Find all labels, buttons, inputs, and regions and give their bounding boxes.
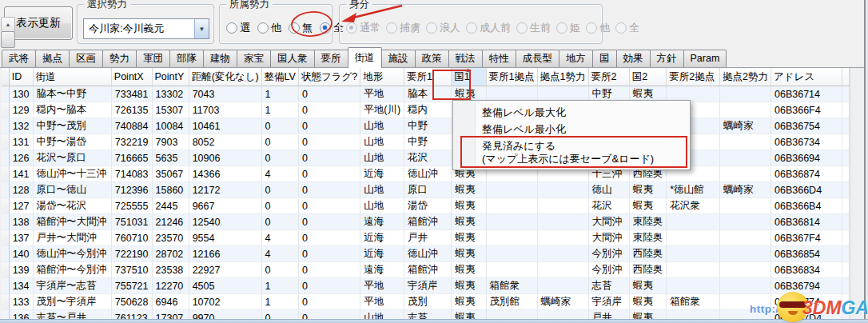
cell[interactable]: 蝦夷 [452,246,486,262]
cell[interactable] [720,230,771,246]
table-row[interactable]: 132中野〜茂別740884100841046100山地中野蝦夷蠣崎家06B36… [2,118,850,134]
cell[interactable] [667,278,720,294]
cell[interactable]: 732219 [112,134,153,150]
cell[interactable]: 128 [10,182,34,198]
cell[interactable]: 131 [10,134,34,150]
row-header-cell[interactable] [2,262,10,278]
cell[interactable]: 0 [262,150,299,166]
cell[interactable]: 1 [262,102,299,118]
cell[interactable]: 0 [299,246,360,262]
table-row[interactable]: 131中野〜湯岱7322197903805200山地中野蝦夷06B36734 [2,134,850,150]
cell[interactable]: 山地 [360,118,404,134]
row-header-cell[interactable] [2,150,10,166]
tab-item[interactable]: 家宝 [237,50,271,67]
cell[interactable]: 徳山 [589,182,630,198]
table-row[interactable]: 139箱館沖〜今別沖737510235382292700遠海箱館沖蝦夷今別沖西陸… [2,262,850,278]
cell[interactable] [720,278,771,294]
row-header-cell[interactable] [2,118,10,134]
cell[interactable]: 蝦夷 [630,278,667,294]
column-header[interactable]: 状態フラグ? [299,68,360,86]
cell[interactable] [720,262,771,278]
cell[interactable]: 12172 [189,182,262,198]
cell[interactable]: 10461 [189,118,262,134]
cell[interactable]: 22927 [189,262,262,278]
cell[interactable]: 花沢 [589,198,630,214]
column-header[interactable]: 国2 [630,68,667,86]
cell[interactable]: 蠣崎家 [720,118,771,134]
column-header[interactable]: 整備LV [262,68,299,86]
cell[interactable]: 23570 [153,230,189,246]
tab-item[interactable]: 効果 [616,50,651,67]
cell[interactable]: 脇本〜中野 [34,86,112,102]
cell[interactable]: 06B36754 [771,118,842,134]
cell[interactable]: 06B36694 [771,150,842,166]
cell[interactable]: 140 [10,246,34,262]
cell[interactable]: 今別沖 [589,246,630,262]
cell[interactable]: 129 [10,102,34,118]
cell[interactable]: 0 [299,102,360,118]
cell[interactable]: 穏内〜脇本 [34,102,112,118]
cell[interactable]: 1 [262,278,299,294]
cell[interactable]: 10084 [153,118,189,134]
cell[interactable]: 06B367F4 [771,230,842,246]
cell[interactable]: 今別沖 [589,262,630,278]
cell[interactable]: 06B366D4 [771,182,842,198]
cell[interactable]: 東陸奥 [630,214,667,230]
cell[interactable]: 12166 [189,246,262,262]
tab-item[interactable]: 方針 [650,50,684,67]
cell[interactable]: 遠海 [360,214,404,230]
cell[interactable]: 6946 [153,294,189,310]
cell[interactable] [538,230,589,246]
cell[interactable]: 750628 [112,294,153,310]
table-row[interactable]: 133茂別〜宇須岸75062869461070210平地茂別蝦夷茂別館蠣崎家宇須… [2,294,850,310]
cell[interactable]: 722190 [112,246,153,262]
horizontal-scrollbar-edge[interactable] [0,319,868,323]
tab-item[interactable]: 地方 [559,50,593,67]
cell[interactable]: 733481 [112,86,153,102]
cell[interactable] [667,246,720,262]
scroll-up-button[interactable]: ▲ [1,17,15,32]
cell[interactable]: 山地 [360,150,404,166]
cell[interactable]: 740884 [112,118,153,134]
cell[interactable]: 遠海 [360,262,404,278]
column-header[interactable]: 要所1拠点 [487,68,538,86]
cell[interactable]: 0 [299,230,360,246]
cell[interactable] [538,198,589,214]
cell[interactable]: 茂別館 [487,294,538,310]
cell[interactable]: 花沢 [404,150,452,166]
cell[interactable]: 蝦夷 [630,294,667,310]
cell[interactable]: 28702 [153,246,189,262]
cell[interactable] [667,230,720,246]
cell[interactable]: 0 [299,134,360,150]
tab-item[interactable]: 区画 [69,50,103,67]
cell[interactable]: 0 [299,214,360,230]
cell[interactable]: 7903 [153,134,189,150]
cell[interactable]: 大間沖 [589,214,630,230]
cell[interactable]: 7043 [189,86,262,102]
row-header-cell[interactable] [2,198,10,214]
tab-item[interactable]: 建物 [203,50,237,67]
cell[interactable]: 平地 [360,294,404,310]
cell[interactable] [667,262,720,278]
cell[interactable]: 06B36834 [771,262,842,278]
cell[interactable]: 751031 [112,214,153,230]
column-header[interactable]: 要所1 [404,68,452,86]
cell[interactable]: 脇本 [404,86,452,102]
cell[interactable]: 中野〜湯岱 [34,134,112,150]
table-row[interactable]: 138箱館沖〜大間沖751031212461254000遠海箱館沖蝦夷大間沖東陸… [2,214,850,230]
cell[interactable]: 山地 [360,198,404,214]
cell[interactable]: 132 [10,118,34,134]
cell[interactable]: 755721 [112,278,153,294]
cell[interactable]: 蝦夷 [630,182,667,198]
cell[interactable]: 花沢衆 [667,198,720,214]
cell[interactable]: 06B366B4 [771,198,842,214]
column-header[interactable]: 距離(変化なし) [189,68,262,86]
cell[interactable] [720,134,771,150]
cell[interactable] [720,102,771,118]
cell[interactable]: 0 [262,198,299,214]
cell[interactable]: 中野 [404,134,452,150]
menu-item[interactable]: 発見済みにする(マップ上表示には要セーブ&ロード) [453,138,690,168]
cell[interactable] [487,262,538,278]
cell[interactable]: 126 [10,150,34,166]
column-header[interactable]: アドレス [771,68,842,86]
